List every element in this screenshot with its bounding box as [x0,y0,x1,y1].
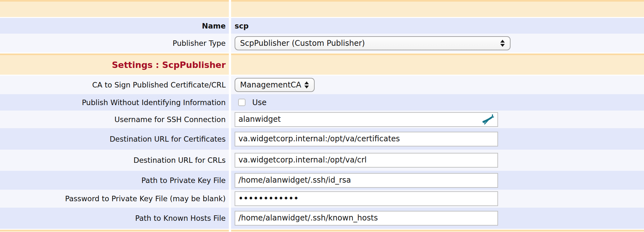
column-divider [229,94,231,111]
column-divider [229,55,231,75]
ssh-username-label: Username for SSH Connection [0,111,229,128]
ca-sign-label: CA to Sign Published Certificate/CRL [0,76,229,94]
column-divider [229,171,231,190]
private-key-path-label: Path to Private Key File [0,171,229,190]
cert-url-input[interactable] [235,132,498,146]
column-divider [229,18,231,34]
anonymize-label: Publish Without Identifying Information [0,94,229,111]
ssh-username-input[interactable] [235,112,498,127]
known-hosts-path-label: Path to Known Hosts File [0,208,229,229]
anonymize-row: Publish Without Identifying Information … [0,94,644,111]
cert-url-row: Destination URL for Certificates [0,128,644,150]
anonymize-checkbox-label: Use [252,98,267,107]
ca-sign-selected-option: ManagementCA [240,80,301,89]
column-divider [229,111,231,128]
column-divider [229,128,231,150]
cert-url-label: Destination URL for Certificates [0,128,229,150]
private-key-path-input[interactable] [235,173,498,188]
publisher-type-selected-option: ScpPublisher (Custom Publisher) [240,39,365,48]
top-band [0,2,644,17]
name-row: Name scp [0,18,644,34]
ca-sign-row: CA to Sign Published Certificate/CRL Man… [0,76,644,94]
crl-url-row: Destination URL for CRLs [0,150,644,171]
dashlane-autofill-icon[interactable] [481,114,494,125]
private-key-path-row: Path to Private Key File [0,171,644,190]
publisher-type-label: Publisher Type [0,34,229,53]
known-hosts-path-row: Path to Known Hosts File [0,208,644,229]
publisher-type-row: Publisher Type ScpPublisher (Custom Publ… [0,34,644,53]
column-divider [229,150,231,171]
settings-header-row: Settings : ScpPublisher [0,55,644,75]
known-hosts-path-input[interactable] [235,211,498,226]
column-divider [229,190,231,208]
crl-url-input[interactable] [235,153,498,168]
anonymize-checkbox[interactable] [238,99,246,106]
name-label: Name [0,18,229,34]
publisher-edit-page: Name scp Publisher Type ScpPublisher (Cu… [0,0,644,232]
column-divider [229,76,231,94]
crl-url-label: Destination URL for CRLs [0,150,229,171]
publisher-type-select[interactable]: ScpPublisher (Custom Publisher) [235,36,511,50]
private-key-password-label: Password to Private Key File (may be bla… [0,190,229,208]
private-key-password-row: Password to Private Key File (may be bla… [0,190,644,208]
name-value: scp [231,18,644,34]
settings-section-title: Settings : ScpPublisher [112,60,226,70]
private-key-password-input[interactable] [235,191,498,206]
ca-sign-select[interactable]: ManagementCA [235,78,315,92]
column-divider [229,2,231,17]
ssh-username-row: Username for SSH Connection [0,111,644,128]
select-spinner-icon [500,40,505,47]
column-divider [229,208,231,229]
column-divider [229,34,231,53]
select-spinner-icon [304,81,309,88]
